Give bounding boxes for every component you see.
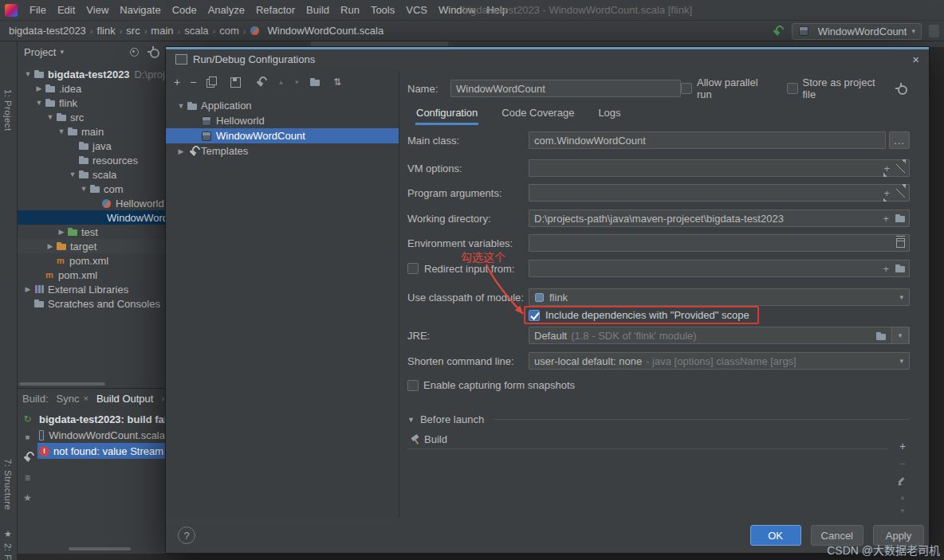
config-group-templates[interactable]: ▶ Templates xyxy=(166,143,399,159)
add-icon[interactable]: + xyxy=(883,264,889,274)
tree-item-idea[interactable]: ▶ .idea xyxy=(18,81,165,96)
build-row-file[interactable]: WindowWordCount.scala xyxy=(37,427,165,443)
filter-icon[interactable]: ≡ xyxy=(25,473,30,483)
classpath-module-select[interactable]: flink ▾ xyxy=(529,288,910,306)
add-icon[interactable]: + xyxy=(883,163,890,174)
allow-parallel-checkbox[interactable]: Allow parallel run xyxy=(681,76,773,100)
jre-dropdown-button[interactable]: ▾ xyxy=(891,327,909,344)
vm-options-input[interactable] xyxy=(529,159,910,177)
gear-icon[interactable] xyxy=(895,83,907,94)
horizontal-scrollbar[interactable] xyxy=(69,547,131,550)
tree-item-flink[interactable]: ▼ flink xyxy=(18,96,165,110)
menu-run[interactable]: Run xyxy=(335,0,365,20)
tree-item-scratches[interactable]: Scratches and Consoles xyxy=(18,296,165,311)
menu-analyze[interactable]: Analyze xyxy=(203,0,250,20)
gear-icon[interactable] xyxy=(148,46,159,57)
locate-file-icon[interactable] xyxy=(128,46,140,57)
move-up-icon[interactable]: ▲ xyxy=(277,79,284,86)
tree-item-com[interactable]: ▼ com xyxy=(18,182,165,196)
rerun-icon[interactable]: ↻ xyxy=(23,414,31,424)
name-input[interactable] xyxy=(450,80,681,97)
before-launch-item-build[interactable]: Build xyxy=(407,430,887,449)
tree-item-windowwordcount[interactable]: WindowWordCount xyxy=(18,210,165,225)
expand-icon[interactable] xyxy=(896,189,905,198)
add-icon[interactable]: + xyxy=(174,76,180,88)
save-icon[interactable] xyxy=(230,76,241,88)
chevron-icon[interactable]: ▶ xyxy=(175,147,187,155)
move-down-icon[interactable]: ▼ xyxy=(293,79,300,86)
checkbox-icon[interactable] xyxy=(407,380,419,391)
tool-stripe-favorites[interactable]: 2: Favorites xyxy=(3,543,13,560)
list-icon[interactable] xyxy=(896,238,905,248)
folder-icon[interactable] xyxy=(875,331,887,342)
provided-scope-checkbox[interactable] xyxy=(529,310,540,321)
store-project-file-checkbox[interactable]: Store as project file xyxy=(787,76,890,100)
checkbox-icon[interactable] xyxy=(787,83,798,94)
tab-configuration[interactable]: Configuration xyxy=(415,104,478,125)
horizontal-scrollbar[interactable] xyxy=(19,382,105,386)
main-class-input[interactable] xyxy=(529,131,886,149)
menu-build[interactable]: Build xyxy=(301,0,335,20)
chevron-icon[interactable]: ▶ xyxy=(45,242,56,250)
folder-icon[interactable] xyxy=(895,263,906,274)
breadcrumb-file[interactable]: WindowWordCount.scala xyxy=(249,25,384,37)
chevron-icon[interactable]: ▼ xyxy=(175,102,187,110)
config-item-helloworld[interactable]: Helloworld xyxy=(166,113,399,128)
tree-item-helloworld[interactable]: Helloworld xyxy=(18,196,165,210)
add-icon[interactable]: + xyxy=(883,188,890,198)
breadcrumb-main[interactable]: main xyxy=(150,25,174,37)
tab-sync[interactable]: Sync × xyxy=(57,393,88,405)
environment-variables-input[interactable] xyxy=(529,234,910,252)
menu-edit[interactable]: Edit xyxy=(52,0,81,20)
chevron-icon[interactable]: ▶ xyxy=(22,285,33,293)
browse-button[interactable]: ... xyxy=(889,131,910,149)
settings-wrench-icon[interactable] xyxy=(21,452,32,463)
capture-snapshots-checkbox[interactable]: Enable capturing form snapshots xyxy=(407,379,910,391)
build-row-status[interactable]: bigdata-test2023: build failed xyxy=(37,411,165,427)
menu-file[interactable]: File xyxy=(24,0,52,20)
close-icon[interactable]: × xyxy=(912,53,919,65)
tree-item-test[interactable]: ▶ test xyxy=(18,225,165,239)
chevron-icon[interactable]: ▼ xyxy=(33,99,45,107)
menu-code[interactable]: Code xyxy=(167,0,203,20)
add-icon[interactable]: + xyxy=(899,441,906,452)
new-folder-icon[interactable] xyxy=(309,76,321,88)
tree-item-pom-root[interactable]: pom.xml xyxy=(18,268,165,282)
shorten-command-select[interactable]: user-local default: none - java [options… xyxy=(529,352,910,370)
tree-item-external-libraries[interactable]: ▶ External Libraries xyxy=(18,282,165,296)
tree-item-scala[interactable]: ▼ scala xyxy=(18,167,165,182)
checkbox-icon[interactable] xyxy=(681,83,692,94)
expand-icon[interactable] xyxy=(896,164,905,173)
chevron-icon[interactable]: ▶ xyxy=(33,84,45,92)
add-icon[interactable]: + xyxy=(883,213,889,224)
ok-button[interactable]: OK xyxy=(750,525,801,546)
move-down-icon[interactable]: ▼ xyxy=(899,508,906,515)
chevron-icon[interactable]: ▼ xyxy=(22,70,33,78)
build-wrench-icon[interactable] xyxy=(770,25,781,37)
redirect-input-input[interactable] xyxy=(529,260,910,277)
tree-item-project-root[interactable]: ▼ bigdata-test2023 D:\projec xyxy=(18,67,165,81)
chevron-down-icon[interactable]: ▾ xyxy=(60,49,64,56)
breadcrumb-project[interactable]: bigdata-test2023 xyxy=(8,25,87,37)
config-item-windowwordcount[interactable]: WindowWordCount xyxy=(166,128,399,143)
chevron-icon[interactable]: ▼ xyxy=(78,185,89,193)
before-launch-header[interactable]: ▼ Before launch xyxy=(407,413,910,425)
pin-star-icon[interactable]: ★ xyxy=(23,493,32,503)
tab-build-output[interactable]: Build Output xyxy=(96,393,154,405)
chevron-icon[interactable]: ▼ xyxy=(45,113,56,121)
breadcrumb-src[interactable]: src xyxy=(125,25,140,37)
tree-item-pom-flink[interactable]: pom.xml xyxy=(18,253,165,268)
tool-stripe-project[interactable]: 1: Project xyxy=(3,89,13,131)
menu-tools[interactable]: Tools xyxy=(365,0,400,20)
help-button[interactable]: ? xyxy=(178,527,195,544)
chevron-icon[interactable]: ▼ xyxy=(67,170,78,178)
stop-icon[interactable]: ■ xyxy=(26,434,30,441)
tab-code-coverage[interactable]: Code Coverage xyxy=(501,104,575,123)
sort-icon[interactable]: ⇅ xyxy=(333,77,341,87)
breadcrumb-flink[interactable]: flink xyxy=(96,25,116,37)
move-up-icon[interactable]: ▲ xyxy=(899,495,906,501)
config-group-application[interactable]: ▼ Application xyxy=(166,98,399,113)
menu-view[interactable]: View xyxy=(81,0,114,20)
tree-item-resources[interactable]: resources xyxy=(18,153,165,167)
chevron-icon[interactable]: ▼ xyxy=(56,127,67,135)
